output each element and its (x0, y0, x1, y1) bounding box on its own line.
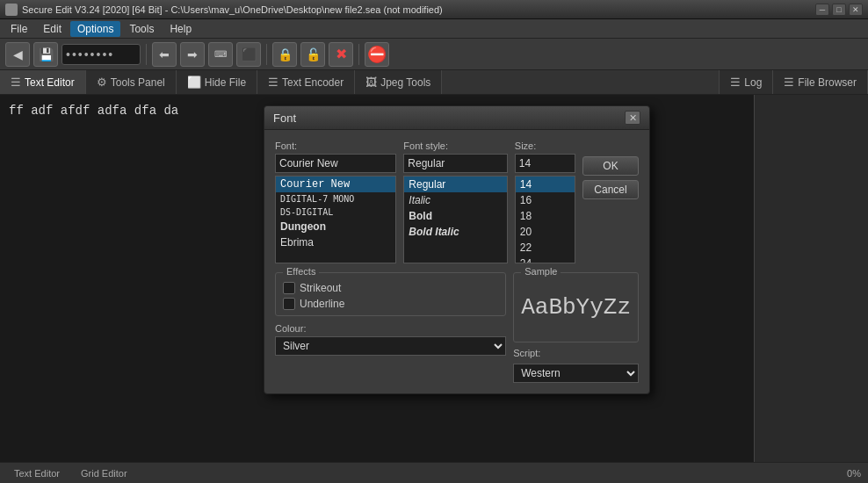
font-fields-row: Font: Courier New DIGITAL-7 MONO DS-DIGI… (275, 141, 639, 263)
strikeout-checkbox[interactable] (283, 282, 295, 294)
font-dialog: Font ✕ Font: Courier New DIGITAL-7 MONO … (264, 105, 650, 394)
colour-select-row: Silver White Black Red Blue Green (275, 336, 506, 356)
strikeout-row: Strikeout (283, 282, 498, 294)
font-item-courier-new[interactable]: Courier New (276, 177, 395, 192)
font-size-group: Size: 14 16 18 20 22 24 26 (515, 141, 575, 263)
dialog-title-text: Font (273, 112, 296, 125)
underline-row: Underline (283, 298, 498, 310)
font-name-listbox[interactable]: Courier New DIGITAL-7 MONO DS-DIGITAL Du… (275, 176, 396, 263)
style-item-bold-italic[interactable]: Bold Italic (404, 224, 507, 240)
font-size-listbox[interactable]: 14 16 18 20 22 24 26 (515, 176, 575, 263)
font-style-group: Font style: Regular Italic Bold Bold Ita… (403, 141, 508, 263)
font-item-dungeon[interactable]: Dungeon (276, 219, 395, 234)
dialog-bottom-row: Effects Strikeout Underline Colour: (275, 272, 639, 383)
size-item-22[interactable]: 22 (516, 240, 575, 256)
font-name-label: Font: (275, 141, 396, 151)
sample-box: Sample AaBbYyZz (513, 272, 639, 342)
cancel-button[interactable]: Cancel (582, 180, 639, 199)
underline-label: Underline (300, 298, 344, 310)
effects-section: Effects Strikeout Underline (275, 272, 506, 316)
style-item-italic[interactable]: Italic (404, 192, 507, 208)
font-size-input[interactable] (515, 154, 575, 173)
dialog-overlay: Font ✕ Font: Courier New DIGITAL-7 MONO … (0, 0, 868, 483)
script-label: Script: (513, 348, 639, 358)
colour-label: Colour: (275, 323, 506, 334)
strikeout-label: Strikeout (300, 282, 341, 294)
size-item-14[interactable]: 14 (516, 177, 575, 192)
style-item-regular[interactable]: Regular (404, 177, 507, 192)
sample-text: AaBbYyZz (521, 294, 631, 321)
sample-script-column: Sample AaBbYyZz Script: Western Eastern … (513, 272, 639, 383)
size-item-16[interactable]: 16 (516, 192, 575, 208)
size-item-18[interactable]: 18 (516, 208, 575, 224)
script-select-row: Western Eastern European Cyrillic (513, 364, 639, 383)
font-size-label: Size: (515, 141, 575, 151)
font-item-digital7[interactable]: DIGITAL-7 MONO (276, 192, 395, 205)
ok-button[interactable]: OK (582, 156, 639, 176)
font-style-listbox[interactable]: Regular Italic Bold Bold Italic (403, 176, 508, 263)
size-item-24[interactable]: 24 (516, 256, 575, 263)
effects-legend: Effects (283, 266, 319, 277)
font-style-input[interactable] (403, 154, 508, 173)
dialog-body: Font: Courier New DIGITAL-7 MONO DS-DIGI… (264, 130, 649, 393)
script-select[interactable]: Western Eastern European Cyrillic (513, 364, 639, 383)
dialog-title-bar: Font ✕ (264, 106, 649, 130)
style-item-bold[interactable]: Bold (404, 208, 507, 224)
font-name-group: Font: Courier New DIGITAL-7 MONO DS-DIGI… (275, 141, 396, 263)
font-item-ebrima[interactable]: Ebrima (276, 234, 395, 250)
dialog-close-button[interactable]: ✕ (625, 111, 640, 125)
font-style-label: Font style: (403, 141, 508, 151)
underline-checkbox[interactable] (283, 298, 295, 310)
sample-legend: Sample (521, 266, 561, 277)
dialog-action-buttons: OK Cancel (582, 141, 639, 263)
font-name-input[interactable] (275, 154, 396, 173)
size-item-20[interactable]: 20 (516, 224, 575, 240)
colour-select[interactable]: Silver White Black Red Blue Green (275, 336, 506, 356)
effects-column: Effects Strikeout Underline Colour: (275, 272, 506, 383)
font-item-ds-digital[interactable]: DS-DIGITAL (276, 205, 395, 219)
